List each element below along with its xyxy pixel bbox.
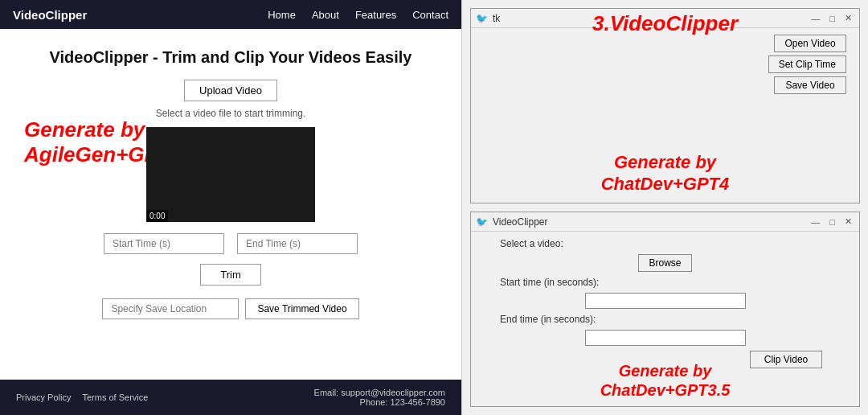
tk-title-bottom: VideoClipper [493,216,804,228]
trim-button[interactable]: Trim [200,264,261,286]
tk-title-top: tk [493,13,804,24]
close-button-bottom[interactable]: ✕ [842,216,854,227]
minimize-button-bottom[interactable]: — [809,217,822,227]
page-title: VideoClipper - Trim and Clip Your Videos… [50,48,412,67]
set-clip-time-button[interactable]: Set Clip Time [768,55,846,73]
main-content: Generate byAgileGen+GPT4 VideoClipper - … [0,29,461,380]
upload-video-button[interactable]: Upload Video [184,80,277,101]
tk-body-top: Open Video Set Clip Time Save Video [471,28,859,101]
save-location-input[interactable] [102,298,239,319]
tk-controls-bottom: — □ ✕ [809,216,854,227]
tk-titlebar-top: 🐦 tk — □ ✕ [471,9,859,28]
privacy-policy-link[interactable]: Privacy Policy [16,392,71,402]
footer-phone: Phone: 123-456-7890 [314,397,445,407]
tk-titlebar-bottom: 🐦 VideoClipper — □ ✕ [471,212,859,232]
nav-about[interactable]: About [312,9,339,21]
end-time-field[interactable] [585,330,746,346]
nav-brand: VideoClipper [13,8,87,22]
video-preview: 0:00 [146,127,315,222]
footer: Privacy Policy Terms of Service Email: s… [0,380,461,415]
nav-bar: VideoClipper Home About Features Contact [0,0,461,29]
maximize-button-top[interactable]: □ [827,14,837,23]
maximize-button-bottom[interactable]: □ [827,217,837,227]
right-panel: 3.VideoClipper 🐦 tk — □ ✕ Open Video Set… [462,0,868,415]
end-time-label: End time (in seconds): [500,314,596,325]
chatdev-gpt4-overlay: Generate byChatDev+GPT4 [471,152,859,195]
open-video-button[interactable]: Open Video [774,35,846,52]
terms-of-service-link[interactable]: Terms of Service [82,392,148,402]
tk-icon-bottom: 🐦 [476,216,488,228]
nav-home[interactable]: Home [268,9,296,21]
left-panel: VideoClipper Home About Features Contact… [0,0,462,415]
time-inputs [104,233,358,254]
start-time-field[interactable] [585,293,746,309]
footer-email: Email: support@videoclipper.com [314,388,445,397]
footer-links: Privacy Policy Terms of Service [16,392,148,402]
save-video-button[interactable]: Save Video [774,76,846,94]
tk-controls-top: — □ ✕ [809,13,854,23]
end-time-input[interactable] [237,233,358,254]
nav-links: Home About Features Contact [268,9,448,21]
clip-video-button[interactable]: Clip Video [750,351,822,368]
save-trimmed-button[interactable]: Save Trimmed Video [245,298,358,319]
footer-contact: Email: support@videoclipper.com Phone: 1… [314,388,445,407]
tk-window-bottom: 🐦 VideoClipper — □ ✕ Select a video: Bro… [470,212,860,407]
select-text: Select a video file to start trimming. [156,108,306,119]
start-time-label: Start time (in seconds): [500,277,599,288]
video-timestamp: 0:00 [146,210,168,222]
tk-body-bottom: Select a video: Browse Start time (in se… [471,232,859,375]
close-button-top[interactable]: ✕ [842,13,854,23]
nav-features[interactable]: Features [355,9,396,21]
minimize-button-top[interactable]: — [809,14,822,23]
tk-window-top: 🐦 tk — □ ✕ Open Video Set Clip Time Save… [470,8,860,203]
start-time-input[interactable] [104,233,224,254]
nav-contact[interactable]: Contact [412,9,448,21]
tk-icon-top: 🐦 [476,13,488,24]
save-row: Save Trimmed Video [102,298,358,319]
browse-button[interactable]: Browse [638,254,691,272]
select-video-label: Select a video: [500,238,563,249]
